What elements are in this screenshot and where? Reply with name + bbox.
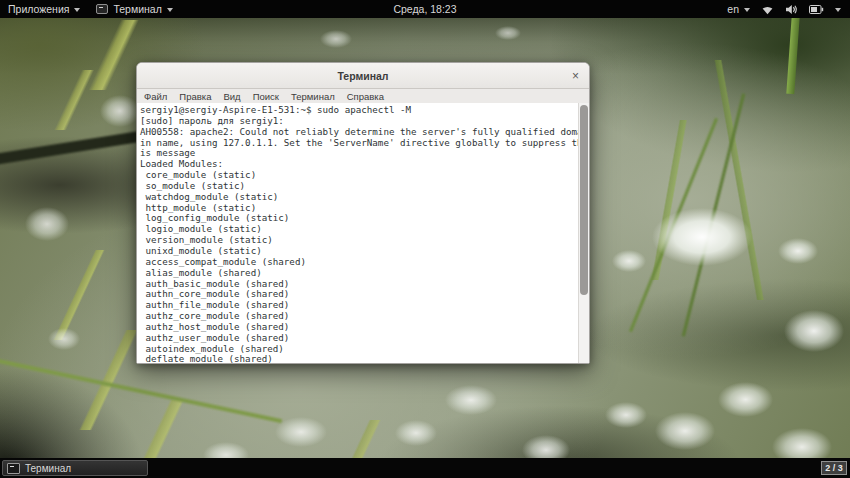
terminal-icon [96, 4, 108, 14]
chevron-down-icon [74, 8, 80, 12]
top-panel: Приложения Терминал Среда, 18:23 en [0, 0, 850, 18]
menu-item-help[interactable]: Справка [347, 91, 384, 102]
battery-icon[interactable] [809, 5, 824, 14]
scrollbar-thumb[interactable] [580, 105, 588, 295]
menu-item-search[interactable]: Поиск [253, 91, 279, 102]
menu-item-view[interactable]: Вид [223, 91, 240, 102]
applications-menu-label: Приложения [8, 3, 69, 15]
terminal-output-area[interactable]: sergiy1@sergiy-Aspire-E1-531:~$ sudo apa… [137, 103, 589, 363]
close-icon[interactable]: × [572, 70, 579, 82]
keyboard-layout-label: en [727, 3, 739, 15]
applications-menu[interactable]: Приложения [8, 3, 80, 15]
top-panel-left: Приложения Терминал [0, 3, 173, 15]
keyboard-layout-menu[interactable]: en [727, 3, 750, 15]
menu-item-terminal[interactable]: Терминал [291, 91, 335, 102]
workspace-indicator-label: 2 / 3 [825, 463, 843, 473]
window-menu-bar: Файл Правка Вид Поиск Терминал Справка [137, 89, 589, 104]
active-app-menu[interactable]: Терминал [96, 3, 172, 15]
menu-item-file[interactable]: Файл [144, 91, 167, 102]
chevron-down-icon [167, 8, 173, 12]
window-title: Терминал [337, 70, 388, 82]
wifi-icon[interactable] [761, 4, 774, 15]
menu-item-edit[interactable]: Правка [179, 91, 211, 102]
active-app-menu-label: Терминал [113, 3, 161, 15]
scrollbar[interactable] [578, 103, 589, 363]
taskbar-window-button[interactable]: Терминал [2, 460, 148, 476]
window-title-bar[interactable]: Терминал × [137, 63, 589, 89]
volume-icon[interactable] [785, 4, 798, 15]
chevron-down-icon [744, 8, 750, 12]
system-status-area[interactable]: en [727, 3, 850, 15]
desktop: Приложения Терминал Среда, 18:23 en [0, 0, 850, 478]
bottom-panel: Терминал 2 / 3 [0, 458, 850, 478]
chevron-down-icon[interactable] [835, 8, 841, 12]
clock-label: Среда, 18:23 [393, 3, 456, 15]
workspace-switcher[interactable]: 2 / 3 [821, 461, 847, 475]
terminal-window: Терминал × Файл Правка Вид Поиск Термина… [136, 62, 590, 364]
terminal-output: sergiy1@sergiy-Aspire-E1-531:~$ sudo apa… [137, 103, 589, 363]
taskbar-window-label: Терминал [25, 463, 71, 474]
terminal-icon [7, 463, 20, 474]
